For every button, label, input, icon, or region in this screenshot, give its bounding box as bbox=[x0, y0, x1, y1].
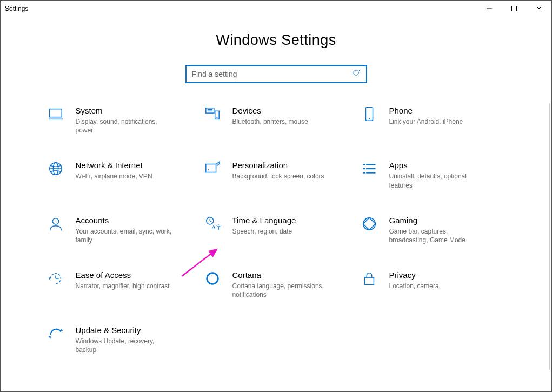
tile-sub: Uninstall, defaults, optional features bbox=[389, 172, 487, 189]
tile-title: Cortana bbox=[232, 270, 330, 280]
tile-sub: Wi-Fi, airplane mode, VPN bbox=[76, 172, 152, 181]
tile-title: Network & Internet bbox=[76, 161, 152, 170]
tile-title: Personalization bbox=[232, 161, 324, 170]
scrollbar[interactable] bbox=[549, 103, 550, 370]
phone-icon bbox=[360, 105, 378, 123]
system-icon bbox=[46, 105, 65, 123]
tile-cortana[interactable]: Cortana Cortana language, permissions, n… bbox=[198, 269, 355, 299]
ease-of-access-icon bbox=[46, 269, 65, 288]
svg-rect-37 bbox=[364, 277, 374, 284]
settings-window: Settings Windows Settings Find a setting bbox=[0, 0, 552, 392]
tile-title: Apps bbox=[389, 161, 487, 170]
tile-privacy[interactable]: Privacy Location, camera bbox=[355, 269, 511, 299]
titlebar: Settings bbox=[1, 1, 551, 17]
lock-icon bbox=[360, 269, 378, 288]
accounts-icon bbox=[46, 215, 65, 233]
tile-sub: Your accounts, email, sync, work, family bbox=[76, 227, 173, 244]
svg-point-36 bbox=[207, 273, 218, 284]
tile-title: Phone bbox=[389, 106, 463, 115]
tile-accounts[interactable]: Accounts Your accounts, email, sync, wor… bbox=[41, 215, 198, 244]
page-title: Windows Settings bbox=[1, 17, 551, 49]
search-input[interactable]: Find a setting bbox=[185, 65, 367, 83]
tile-personalization[interactable]: Personalization Background, lock screen,… bbox=[198, 160, 355, 189]
tile-title: Devices bbox=[232, 106, 308, 115]
tile-sub: Speech, region, date bbox=[232, 227, 296, 236]
search-placeholder: Find a setting bbox=[192, 70, 237, 78]
minimize-button[interactable] bbox=[477, 1, 502, 17]
tile-title: Accounts bbox=[76, 216, 173, 225]
window-controls bbox=[477, 1, 551, 17]
tile-gaming[interactable]: Gaming Game bar, captures, broadcasting,… bbox=[355, 215, 511, 244]
tile-title: Update & Security bbox=[76, 325, 173, 335]
tile-sub: Link your Android, iPhone bbox=[389, 117, 463, 126]
tile-update-security[interactable]: Update & Security Windows Update, recove… bbox=[41, 324, 198, 354]
svg-point-11 bbox=[216, 117, 217, 118]
tile-title: Time & Language bbox=[232, 216, 296, 225]
cortana-icon bbox=[203, 269, 222, 288]
svg-rect-9 bbox=[205, 108, 214, 113]
minimize-icon bbox=[487, 6, 492, 11]
tile-devices[interactable]: Devices Bluetooth, printers, mouse bbox=[198, 105, 355, 135]
svg-line-6 bbox=[358, 70, 360, 72]
tile-sub: Display, sound, notifications, power bbox=[76, 117, 173, 135]
svg-marker-38 bbox=[61, 328, 63, 331]
close-button[interactable] bbox=[527, 1, 551, 17]
tile-sub: Location, camera bbox=[389, 282, 439, 290]
tile-network[interactable]: Network & Internet Wi-Fi, airplane mode,… bbox=[41, 160, 198, 189]
close-icon bbox=[536, 6, 542, 11]
gaming-icon bbox=[360, 215, 378, 233]
tile-title: System bbox=[76, 106, 173, 115]
tile-sub: Windows Update, recovery, backup bbox=[76, 337, 173, 354]
svg-point-27 bbox=[52, 218, 58, 224]
svg-marker-33 bbox=[48, 277, 50, 280]
tile-apps[interactable]: Apps Uninstall, defaults, optional featu… bbox=[355, 160, 511, 189]
personalization-icon bbox=[203, 160, 222, 178]
svg-point-15 bbox=[368, 118, 369, 119]
time-language-icon: A字 bbox=[203, 215, 222, 233]
svg-rect-1 bbox=[512, 6, 517, 11]
tile-sub: Narrator, magnifier, high contrast bbox=[76, 282, 170, 290]
update-icon bbox=[46, 324, 65, 343]
svg-point-20 bbox=[208, 169, 209, 170]
svg-line-30 bbox=[210, 221, 211, 222]
window-title: Settings bbox=[5, 5, 28, 12]
svg-rect-7 bbox=[49, 109, 62, 117]
svg-text:A字: A字 bbox=[211, 224, 222, 230]
tile-title: Ease of Access bbox=[76, 270, 170, 280]
svg-rect-19 bbox=[205, 164, 216, 172]
globe-icon bbox=[46, 160, 65, 178]
svg-marker-39 bbox=[48, 335, 50, 338]
page-body: Windows Settings Find a setting bbox=[1, 17, 551, 391]
tile-sub: Game bar, captures, broadcasting, Game M… bbox=[389, 227, 487, 244]
maximize-button[interactable] bbox=[502, 1, 527, 17]
tile-sub: Bluetooth, printers, mouse bbox=[232, 117, 308, 126]
tile-title: Privacy bbox=[389, 270, 439, 280]
apps-icon bbox=[360, 160, 378, 178]
settings-grid: System Display, sound, notifications, po… bbox=[41, 105, 511, 354]
tile-sub: Background, lock screen, colors bbox=[232, 172, 324, 181]
devices-icon bbox=[203, 105, 222, 123]
tile-ease-of-access[interactable]: Ease of Access Narrator, magnifier, high… bbox=[41, 269, 198, 299]
tile-time-language[interactable]: A字 Time & Language Speech, region, date bbox=[198, 215, 355, 244]
tile-sub: Cortana language, permissions, notificat… bbox=[232, 282, 330, 299]
svg-point-32 bbox=[363, 218, 375, 230]
maximize-icon bbox=[511, 6, 517, 11]
svg-point-4 bbox=[353, 70, 358, 75]
search-icon bbox=[353, 69, 361, 79]
tile-system[interactable]: System Display, sound, notifications, po… bbox=[41, 105, 198, 135]
tile-title: Gaming bbox=[389, 216, 487, 225]
tile-phone[interactable]: Phone Link your Android, iPhone bbox=[355, 105, 511, 135]
